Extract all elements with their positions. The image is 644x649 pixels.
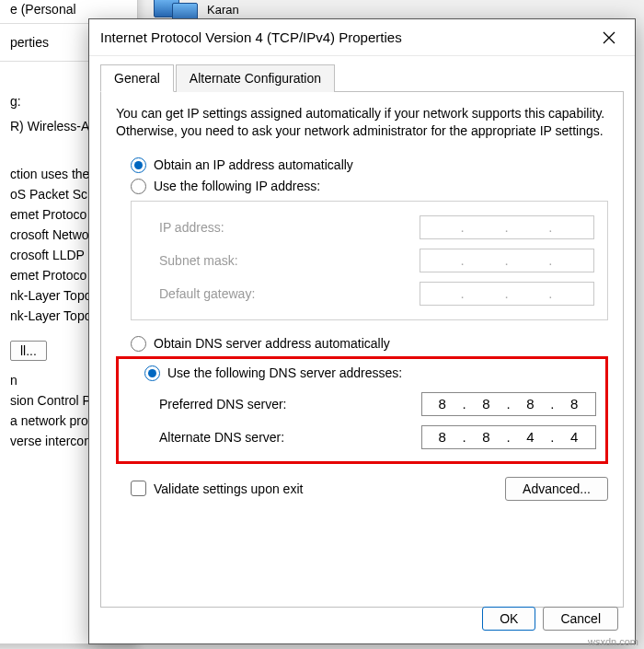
ip-address-group: Obtain an IP address automatically Use t… (116, 155, 608, 320)
cancel-button[interactable]: Cancel (543, 607, 618, 631)
radio-ip-manual-label: Use the following IP address: (154, 179, 320, 193)
default-gateway-input: ... (420, 282, 594, 306)
ok-button[interactable]: OK (482, 607, 535, 631)
default-gateway-label: Default gateway: (159, 286, 420, 301)
dialog-footer: OK Cancel (475, 607, 618, 631)
radio-dns-manual[interactable] (144, 365, 160, 381)
close-button[interactable] (594, 23, 624, 52)
description-text: You can get IP settings assigned automat… (116, 105, 608, 140)
radio-ip-auto-label: Obtain an IP address automatically (154, 157, 353, 172)
bg-network-label: e (Personal (0, 0, 617, 19)
dns-highlight: Use the following DNS server addresses: … (116, 356, 608, 464)
tab-page-general: You can get IP settings assigned automat… (100, 92, 624, 608)
validate-settings-label: Validate settings upon exit (154, 481, 303, 496)
radio-dns-auto[interactable] (131, 336, 146, 352)
radio-dns-manual-label: Use the following DNS server addresses: (167, 365, 402, 380)
ip-address-label: IP address: (159, 220, 420, 235)
dialog-titlebar: Internet Protocol Version 4 (TCP/IPv4) P… (89, 19, 635, 56)
dialog-title: Internet Protocol Version 4 (TCP/IPv4) P… (100, 29, 594, 45)
tab-alternate-configuration[interactable]: Alternate Configuration (176, 64, 335, 92)
tab-general[interactable]: General (100, 64, 174, 92)
subnet-mask-label: Subnet mask: (159, 253, 420, 268)
radio-ip-manual[interactable] (131, 179, 146, 194)
bg-adapter-label: Karan (207, 3, 239, 17)
radio-dns-auto-label: Obtain DNS server address automatically (154, 336, 390, 351)
close-icon (603, 31, 615, 44)
watermark: wsxdn.com (588, 636, 638, 647)
bg-install-button[interactable]: ll... (10, 341, 47, 361)
ip-address-input: ... (420, 215, 594, 239)
alternate-dns-input[interactable]: 8. 8. 4. 4 (421, 425, 596, 449)
ipv4-properties-dialog: Internet Protocol Version 4 (TCP/IPv4) P… (88, 18, 636, 644)
advanced-button[interactable]: Advanced... (505, 477, 608, 501)
subnet-mask-input: ... (420, 249, 594, 272)
alternate-dns-label: Alternate DNS server: (159, 430, 421, 445)
preferred-dns-input[interactable]: 8. 8. 8. 8 (421, 392, 596, 416)
preferred-dns-label: Preferred DNS server: (159, 397, 421, 411)
ip-fields: IP address: ... Subnet mask: ... Default… (131, 201, 608, 320)
validate-settings-checkbox[interactable] (131, 481, 146, 496)
radio-ip-auto[interactable] (131, 157, 146, 173)
tabstrip: General Alternate Configuration (100, 64, 624, 92)
